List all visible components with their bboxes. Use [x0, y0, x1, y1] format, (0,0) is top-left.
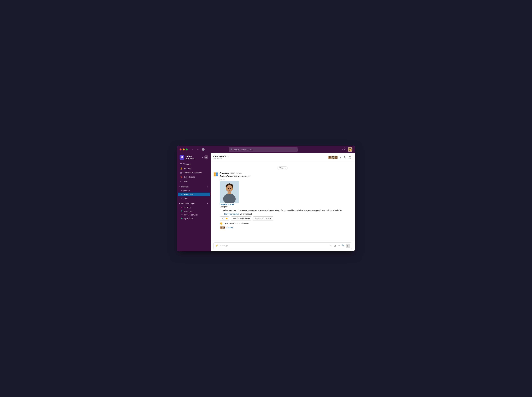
workspace-icon: U: [180, 155, 184, 160]
channel-item-celebrations[interactable]: # celebrations: [178, 192, 210, 196]
message-header: Pingboard APP 6:56 AM: [220, 172, 352, 174]
more-label: More: [184, 180, 188, 182]
dm-slackbot-label: Slackbot: [183, 206, 191, 208]
sidebar-item-all-dms[interactable]: 🔔 All DMs: [178, 166, 210, 171]
member-avatars[interactable]: 👨🏾 👩🏻 👩🏽: [328, 155, 338, 159]
svg-rect-7: [216, 174, 218, 176]
profile-photo-svg: [220, 181, 239, 203]
dm-tegan-label: tegan stark: [184, 217, 193, 220]
attribution-suffix: , VP of Product: [239, 213, 252, 215]
svg-point-14: [226, 185, 233, 192]
back-button[interactable]: ←: [190, 147, 194, 152]
channel-status-label: status: [183, 197, 188, 199]
chat-area: celebrations ☆ Add a topic 👨🏾 👩🏻 👩🏽 9: [211, 153, 355, 251]
add-member-button[interactable]: [343, 155, 347, 159]
hash-icon: #: [181, 197, 182, 199]
channel-topic[interactable]: Add a topic: [213, 158, 327, 160]
message-author: Pingboard: [220, 172, 229, 174]
mentions-icon: @: [180, 172, 182, 174]
help-button[interactable]: ?: [343, 148, 346, 151]
workspace-header[interactable]: U Urban Wonders ▾ ✏: [177, 153, 211, 161]
member-avatar-3: 👩🏽: [334, 155, 338, 159]
close-button[interactable]: [180, 149, 181, 150]
saved-label: Saved items: [184, 176, 195, 178]
maximize-button[interactable]: [186, 149, 187, 150]
replies-row: 👩🏾 👩🏻 2 replies: [220, 226, 352, 229]
date-divider: Today ▾: [213, 166, 352, 170]
history-button[interactable]: 🕐: [201, 147, 206, 152]
format-button[interactable]: Aa: [329, 244, 333, 247]
send-button[interactable]: ▶: [346, 244, 350, 248]
message-input-area: ⚡ Message Aa @ ☺ 📎 ▶: [211, 241, 355, 251]
star-icon[interactable]: ☆: [228, 155, 229, 157]
roderick-status-dot: [181, 214, 182, 215]
alexa-status-dot: [181, 210, 182, 212]
window-controls: [180, 149, 187, 150]
message-time: 6:56 AM: [236, 172, 242, 174]
chat-header-right: 👨🏾 👩🏻 👩🏽 9: [328, 155, 352, 159]
sidebar: U Urban Wonders ▾ ✏ ☰ Threads 🔔 All DMs …: [177, 153, 211, 251]
info-button[interactable]: [348, 155, 352, 159]
date-pill[interactable]: Today ▾: [278, 166, 288, 170]
add-channel-button[interactable]: +: [206, 186, 209, 188]
reply-avatar-2: 👩🏻: [222, 226, 225, 229]
dms-section: ▾ Direct Messages + ♥ Slackbot alexa (yo…: [177, 201, 211, 221]
info-icon: [349, 156, 351, 159]
reaction-emoji: 👏: [220, 222, 223, 225]
compose-button[interactable]: ✏: [204, 155, 208, 160]
person-profile-link[interactable]: Daniela Turner: [220, 203, 234, 205]
mention-button[interactable]: @: [334, 244, 336, 247]
add-dm-button[interactable]: +: [206, 202, 209, 205]
chat-header-left: celebrations ☆ Add a topic: [213, 155, 327, 160]
title-bar-right: ? 👩: [343, 147, 352, 152]
channel-general-label: general: [183, 190, 190, 192]
applaud-coworker-button[interactable]: Applaud a Coworker: [253, 217, 273, 220]
nav-buttons: ← → 🕐: [190, 147, 206, 152]
sidebar-item-more[interactable]: ⋯ More: [178, 179, 210, 183]
attach-button[interactable]: 📎: [342, 244, 345, 247]
channel-title: celebrations: [213, 155, 226, 158]
pingboard-logo-svg: [214, 173, 218, 176]
person-name-bold: Daniela Turner: [220, 175, 233, 177]
attribution-dash: —: [222, 213, 224, 215]
see-profile-button[interactable]: See Daniela's Profile: [231, 217, 252, 220]
date-label: Today: [280, 167, 284, 169]
channels-section-header[interactable]: ▾ Channels +: [177, 185, 211, 189]
message-placeholder[interactable]: Message: [220, 245, 328, 247]
quote-block: Daniela went out of her way to create so…: [220, 209, 352, 215]
add-applause-button[interactable]: Add 👏: [220, 217, 230, 220]
threads-label: Threads: [183, 163, 190, 165]
dm-item-slackbot[interactable]: ♥ Slackbot: [178, 205, 210, 209]
dm-item-tegan[interactable]: tegan stark: [178, 217, 210, 220]
person-title: Designer: [220, 206, 352, 208]
main-layout: U Urban Wonders ▾ ✏ ☰ Threads 🔔 All DMs …: [177, 153, 355, 251]
sidebar-item-threads[interactable]: ☰ Threads: [178, 162, 210, 166]
dms-section-header[interactable]: ▾ Direct Messages +: [177, 202, 211, 205]
channel-celebrations-label: celebrations: [183, 193, 194, 196]
svg-point-0: [344, 156, 345, 157]
channel-item-status[interactable]: # status: [178, 196, 210, 200]
svg-point-18: [232, 189, 233, 190]
channel-item-general[interactable]: # general: [178, 189, 210, 192]
minimize-button[interactable]: [183, 149, 185, 150]
sidebar-item-mentions[interactable]: @ Mentions & reactions: [178, 171, 210, 175]
lightning-button[interactable]: ⚡: [215, 244, 218, 247]
pingboard-avatar: [213, 172, 218, 177]
reply-avatars: 👩🏾 👩🏻: [220, 226, 225, 229]
profile-photo-card: [220, 181, 239, 203]
dm-item-alexa[interactable]: alexa (you): [178, 209, 210, 213]
message-text: Daniela Turner received Applause!: [220, 175, 352, 178]
search-input[interactable]: [234, 148, 296, 150]
user-avatar[interactable]: 👩: [348, 147, 352, 152]
attribution-link[interactable]: Ben Hernandez: [224, 213, 239, 215]
forward-button[interactable]: →: [196, 147, 200, 152]
sidebar-item-saved[interactable]: 🔖 Saved items: [178, 175, 210, 179]
title-bar: ← → 🕐 🔍 ? 👩: [177, 146, 355, 153]
search-icon: 🔍: [230, 148, 233, 150]
search-bar[interactable]: 🔍: [229, 147, 298, 152]
emoji-button[interactable]: ☺: [338, 244, 340, 247]
mentions-label: Mentions & reactions: [184, 172, 202, 174]
replies-link[interactable]: 2 replies: [226, 226, 233, 229]
quote-text: Daniela went out of her way to create so…: [222, 209, 352, 212]
dm-item-roderick[interactable]: roderick schulist: [178, 213, 210, 217]
